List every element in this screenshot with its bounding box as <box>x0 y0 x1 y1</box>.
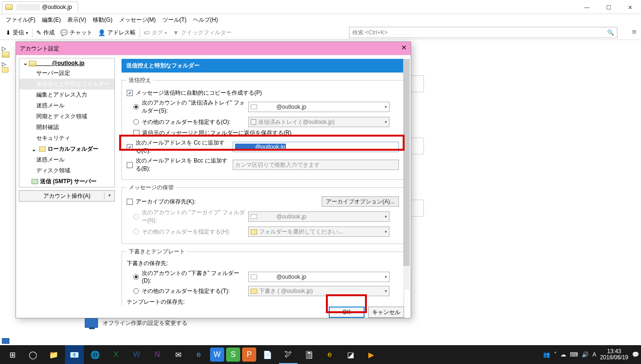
rad-sent-account[interactable] <box>133 104 139 110</box>
task-app1[interactable]: W <box>210 348 224 362</box>
account-settings-dialog: アカウント設定 ✕ ⌄ @outlook.jp サーバー設定 送信控えと特別なフ… <box>16 41 411 318</box>
task-word[interactable]: W <box>127 345 146 364</box>
toolbar-quickfilter[interactable]: ▼クイックフィルター <box>170 29 235 37</box>
tree-local-junk[interactable]: 迷惑メール <box>19 154 114 165</box>
toolbar-chat[interactable]: 💬チャット <box>57 29 95 37</box>
menu-go[interactable]: 移動(G) <box>90 15 115 25</box>
chk-archive[interactable] <box>127 199 133 205</box>
tray-ime[interactable]: ⌨ <box>570 351 578 358</box>
addr-label: アドレス帳 <box>107 29 136 37</box>
folder-tree-local[interactable]: ▷ <box>0 60 13 75</box>
rad-draft-account[interactable] <box>133 274 139 280</box>
task-app3[interactable]: P <box>242 348 256 362</box>
rad-draft-other[interactable] <box>133 288 139 294</box>
lbl-sent-account: 次のアカウントの "送信済みトレイ" フォルダー(S): <box>142 99 245 115</box>
task-mail[interactable]: ✉ <box>169 345 187 364</box>
chk-auto-copy[interactable]: ✔ <box>127 90 133 96</box>
toolbar-compose[interactable]: ✎作成 <box>33 29 57 37</box>
drop-sent-account[interactable]: @outlook.jp <box>248 102 389 112</box>
tray-notifications[interactable]: 💬 <box>632 351 639 358</box>
pane-scrollbar[interactable] <box>403 59 410 290</box>
task-ie[interactable]: e <box>320 345 339 364</box>
lbl-arch-account: 次のアカウントの "アーカイブ" フォルダー(N): <box>142 209 245 225</box>
dialog-close[interactable]: ✕ <box>401 44 407 51</box>
cancel-button[interactable]: キャンセル <box>368 307 404 318</box>
window-close[interactable]: ✕ <box>619 1 641 14</box>
ok-button[interactable]: OK <box>329 307 365 318</box>
dialog-title: アカウント設定 <box>20 45 59 53</box>
lbl-save-reply: 返信元のメッセージと同じフォルダーに返信を保存する(R) <box>142 129 292 137</box>
archive-options-button[interactable]: アーカイブオプション(A)... <box>322 196 399 207</box>
lbl-cc: 次のメールアドレスを Cc に追加する(C): <box>136 139 230 155</box>
toolbar-tag[interactable]: 🏷タグ▾ <box>141 29 170 37</box>
tree-security[interactable]: セキュリティ <box>19 133 114 144</box>
task-explorer[interactable]: 📁 <box>44 345 63 364</box>
rad-arch-other <box>133 229 139 235</box>
tree-junk[interactable]: 迷惑メール <box>19 100 114 111</box>
lbl-archive: アーカイブの保存先(K): <box>136 198 319 206</box>
menu-file[interactable]: ファイル(F) <box>3 15 38 25</box>
tray-lang[interactable]: A <box>592 351 596 358</box>
drop-arch-other: フォルダーを選択してください... <box>248 226 389 237</box>
tree-composition[interactable]: 編集とアドレス入力 <box>19 89 114 100</box>
chk-bcc[interactable] <box>127 162 133 168</box>
tree-server[interactable]: サーバー設定 <box>19 68 114 79</box>
folder-tree-account[interactable]: ▷ <box>0 44 13 60</box>
task-notes[interactable]: 📓 <box>300 345 318 364</box>
search-input[interactable]: 検索 <Ctrl+K>🔍 <box>349 27 617 38</box>
group-drafts-legend: 下書きとテンプレート <box>127 248 187 256</box>
drop-draft-account[interactable]: @outlook.jp <box>248 272 389 282</box>
tree-local-folders[interactable]: ⌄ローカルフォルダー <box>19 144 114 154</box>
window-minimize[interactable]: — <box>576 1 598 14</box>
main-tab[interactable]: @outlook.jp <box>2 1 78 12</box>
account-actions-button[interactable]: アカウント操作(A) <box>19 190 115 202</box>
tray-people[interactable]: 👥 <box>543 351 550 358</box>
task-app2[interactable]: S <box>226 348 240 362</box>
task-onenote[interactable]: N <box>148 345 167 364</box>
tree-local-disk[interactable]: ディスク領域 <box>19 165 114 176</box>
start-button[interactable]: ⊞ <box>3 345 22 364</box>
toolbar-receive[interactable]: ⬇受信▾ <box>3 29 31 37</box>
cortana-button[interactable]: ◯ <box>24 345 42 364</box>
input-cc[interactable]: @outlook.jp <box>233 142 399 152</box>
tray-volume[interactable]: 🔊 <box>582 351 589 358</box>
rad-sent-other[interactable] <box>133 119 139 125</box>
monitor-icon <box>85 318 98 328</box>
task-excel[interactable]: X <box>106 345 125 364</box>
chk-cc[interactable]: ✔ <box>127 144 133 150</box>
compose-label: 作成 <box>43 29 55 37</box>
receive-label: 受信 <box>13 29 24 37</box>
window-maximize[interactable]: ☐ <box>598 1 619 14</box>
task-media[interactable]: ▶ <box>362 345 381 364</box>
toolbar-addressbook[interactable]: 👤アドレス帳 <box>95 29 138 37</box>
task-chrome[interactable]: 🌐 <box>86 345 105 364</box>
lbl-arch-other: その他のフォルダーを指定する(H): <box>142 228 245 236</box>
menu-view[interactable]: 表示(V) <box>65 15 89 25</box>
sub-drafts: 下書きの保存先: <box>127 259 399 267</box>
task-outlook[interactable]: 📧 <box>65 345 84 364</box>
menu-edit[interactable]: 編集(E) <box>39 15 64 25</box>
input-bcc: カンマ区切りで複数入力できます <box>233 160 399 170</box>
task-thunderbird[interactable]: 🕊 <box>279 345 298 364</box>
chk-save-reply[interactable] <box>133 130 139 136</box>
menu-tools[interactable]: ツール(T) <box>160 15 189 25</box>
task-app4[interactable]: ◪ <box>341 345 360 364</box>
menu-message[interactable]: メッセージ(M) <box>116 15 159 25</box>
tray-chevron[interactable]: ˄ <box>554 351 557 358</box>
status-indicator <box>2 338 9 345</box>
rad-arch-account <box>133 214 139 219</box>
task-reader[interactable]: 📄 <box>258 345 277 364</box>
menu-help[interactable]: ヘルプ(H) <box>190 15 221 25</box>
tray-clock[interactable]: 13:432018/06/19 <box>600 348 628 361</box>
group-copies-legend: 送信控え <box>127 76 153 84</box>
task-edge[interactable]: e <box>189 345 208 364</box>
account-tree: ⌄ @outlook.jp サーバー設定 送信控えと特別なフォルダー 編集とアド… <box>19 58 115 187</box>
tree-copies-folders[interactable]: 送信控えと特別なフォルダー <box>19 79 114 89</box>
hamburger-menu[interactable]: ≡ <box>632 28 636 36</box>
tray-cloud[interactable]: ☁ <box>560 351 566 358</box>
tree-sync[interactable]: 同期とディスク領域 <box>19 111 114 122</box>
tree-smtp[interactable]: 送信 (SMTP) サーバー <box>19 176 114 187</box>
offline-row[interactable]: オフライン作業の設定を変更する <box>85 318 187 328</box>
tree-account[interactable]: ⌄ @outlook.jp <box>19 58 114 68</box>
tree-receipts[interactable]: 開封確認 <box>19 122 114 133</box>
